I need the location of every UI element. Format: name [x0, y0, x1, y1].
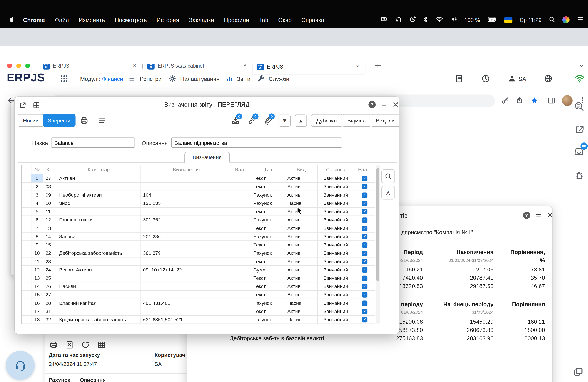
save-button[interactable]: Зберегти: [43, 114, 75, 127]
grid-column-header[interactable]: Коментар: [57, 165, 141, 174]
menubar-item[interactable]: Tab: [254, 17, 273, 23]
grid-row[interactable]: 814Запаси201:286РахунокАктивЗвичайний✓: [21, 232, 375, 240]
modules-grid-icon[interactable]: [61, 75, 68, 84]
grid-row[interactable]: 1325ТекстАктивЗвичайний✓: [21, 274, 375, 282]
menubar-item[interactable]: История: [152, 17, 184, 23]
caret-up-button[interactable]: ▲: [295, 115, 307, 127]
bookmark-star-icon[interactable]: [531, 97, 538, 106]
history-clock-icon[interactable]: [482, 74, 490, 84]
balance-checkbox[interactable]: ✓: [362, 300, 367, 306]
balance-checkbox[interactable]: ✓: [362, 176, 367, 181]
balance-checkbox[interactable]: ✓: [362, 317, 367, 322]
ukraine-flag-icon[interactable]: [504, 17, 513, 22]
close-icon[interactable]: [546, 212, 553, 220]
list-icon[interactable]: [98, 116, 106, 127]
menubar-item[interactable]: Окно: [273, 17, 297, 23]
spotlight-search-icon[interactable]: [549, 16, 555, 24]
grid-row[interactable]: 1123ТекстАктивЗвичайний✓: [21, 257, 375, 265]
cancel-button[interactable]: Відміна: [342, 114, 371, 127]
open-external-icon[interactable]: [575, 125, 584, 135]
grid-row[interactable]: 107АктивиТекстАктивЗвичайний✓: [21, 174, 375, 182]
grid-row[interactable]: 915ТекстАктивЗвичайний✓: [21, 240, 375, 249]
scrollbar-thumb[interactable]: [377, 168, 379, 281]
bluetooth-icon[interactable]: [423, 16, 428, 24]
balance-checkbox[interactable]: ✓: [362, 217, 367, 223]
apple-menu-icon[interactable]: [5, 16, 18, 24]
grid-row[interactable]: 1426ПасивиТекстАктивЗвичайний✓: [21, 282, 375, 290]
volume-icon[interactable]: [451, 16, 457, 23]
grid-column-header[interactable]: Вал...: [232, 165, 251, 174]
caret-down-button[interactable]: ▼: [279, 115, 291, 127]
support-chat-button[interactable]: [6, 351, 35, 380]
grid-scrollbar[interactable]: [376, 165, 380, 324]
search-document-icon[interactable]: [574, 101, 584, 113]
nav-settings[interactable]: Налаштування: [180, 76, 219, 82]
grid-row[interactable]: 1628Власний капітал401:431,461РахунокПас…: [21, 299, 375, 307]
balance-checkbox[interactable]: ✓: [362, 309, 367, 314]
name-input[interactable]: [51, 138, 135, 148]
new-button[interactable]: Новий: [18, 114, 44, 127]
balance-checkbox[interactable]: ✓: [362, 292, 367, 297]
grid-row[interactable]: 1527ТекстАктивЗвичайний✓: [21, 290, 375, 299]
audio-device-icon[interactable]: [395, 16, 402, 23]
menubar-item[interactable]: Посмотреть: [110, 17, 151, 23]
menubar-item[interactable]: Профили: [219, 17, 254, 23]
balance-checkbox[interactable]: ✓: [362, 267, 367, 272]
balance-checkbox[interactable]: ✓: [362, 209, 367, 214]
grid-column-header[interactable]: К...: [43, 165, 57, 174]
grid-filter-a-button[interactable]: A: [381, 186, 395, 200]
registers-list-icon[interactable]: [128, 75, 135, 84]
grid-row[interactable]: 612Грошові кошти301:352РахунокАктивЗвича…: [21, 215, 375, 224]
grid-column-header[interactable]: Тип: [251, 165, 285, 174]
wifi-icon[interactable]: [435, 16, 443, 24]
active-module-link[interactable]: Фінанси: [102, 76, 123, 82]
balance-checkbox[interactable]: ✓: [362, 234, 367, 239]
grid-row[interactable]: 1731ТекстАктивЗвичайний✓: [21, 307, 375, 315]
balance-checkbox[interactable]: ✓: [362, 192, 367, 197]
grid-search-button[interactable]: [381, 170, 395, 183]
settings-gear-icon[interactable]: [168, 75, 176, 84]
reports-chart-icon[interactable]: [226, 75, 233, 84]
bug-icon[interactable]: [574, 170, 584, 181]
grid-row[interactable]: 1022Дебіторська заборгованість361:379Рах…: [21, 249, 375, 257]
grid-column-header[interactable]: Вид: [285, 165, 317, 174]
menubar-item[interactable]: Изменить: [74, 17, 110, 23]
nav-registers[interactable]: Регістри: [140, 76, 162, 82]
print-icon[interactable]: [50, 341, 58, 350]
screen-mirroring-icon[interactable]: [380, 16, 388, 23]
password-key-icon[interactable]: [501, 97, 509, 106]
delete-button[interactable]: Видали...: [371, 114, 399, 127]
share-icon[interactable]: [516, 96, 524, 106]
nav-reports[interactable]: Звіти: [237, 76, 251, 82]
duplicate-button[interactable]: Дублікат: [311, 114, 343, 127]
grid-row[interactable]: 1832Кредиторська заборгованість631:6851,…: [21, 315, 375, 323]
menubar-item[interactable]: Справка: [297, 17, 329, 23]
nav-services[interactable]: Служби: [269, 76, 290, 82]
window-layers-icon[interactable]: [573, 367, 584, 379]
grid-row[interactable]: 713ТекстАктивЗвичайний✓: [21, 224, 375, 232]
profile-avatar[interactable]: [562, 95, 573, 106]
collapse-icon[interactable]: [535, 212, 542, 220]
grid-row[interactable]: 410Знос131:135РахунокПасивЗвичайний✓: [21, 199, 375, 207]
balance-checkbox[interactable]: ✓: [362, 251, 367, 256]
grid-column-header[interactable]: №: [31, 165, 43, 174]
side-panel-icon[interactable]: [547, 97, 555, 106]
balance-checkbox[interactable]: ✓: [362, 184, 367, 189]
menubar-item[interactable]: Файл: [50, 17, 74, 23]
document-list-icon[interactable]: [455, 74, 463, 84]
refresh-icon[interactable]: [81, 341, 90, 350]
tab-definition[interactable]: Визначення: [184, 152, 230, 163]
globe-icon[interactable]: [544, 74, 552, 84]
grid-column-header[interactable]: Визначення: [141, 165, 232, 174]
close-icon[interactable]: [392, 101, 399, 110]
grid-row[interactable]: 309Необоротні активи104РахунокАктивЗвича…: [21, 191, 375, 199]
balance-checkbox[interactable]: ✓: [362, 201, 367, 206]
control-center-icon[interactable]: [577, 17, 584, 23]
menubar-clock[interactable]: Ср 11:29: [520, 17, 542, 23]
grid-column-header[interactable]: Бал...: [354, 165, 375, 174]
menubar-item[interactable]: Закладки: [184, 17, 219, 23]
time-machine-icon[interactable]: [409, 16, 416, 24]
collapse-icon[interactable]: [380, 101, 388, 110]
balance-checkbox[interactable]: ✓: [362, 242, 367, 248]
browser-profile-icon[interactable]: [562, 16, 569, 23]
